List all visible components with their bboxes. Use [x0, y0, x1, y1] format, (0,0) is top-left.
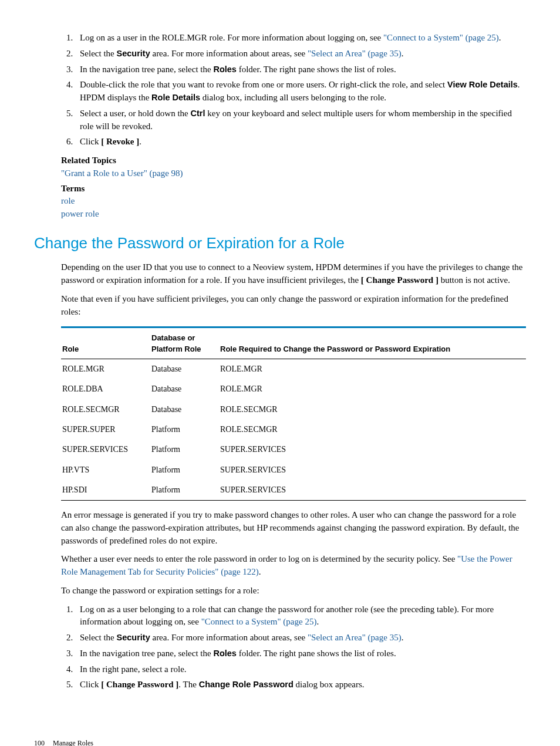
roles-table: Role Database or Platform Role Role Requ… [61, 326, 526, 501]
step2-4: In the right pane, select a role. [75, 663, 526, 676]
cell-role: HP.SDI [61, 480, 150, 501]
related-topics-heading: Related Topics [61, 154, 526, 167]
change-password-button-label-2: [ Change Password ] [101, 680, 178, 689]
section-p2: Note that even if you have sufficient pr… [61, 293, 526, 319]
step-6: Click [ Revoke ]. [75, 136, 526, 148]
th-role: Role [61, 328, 150, 359]
terms-heading: Terms [61, 183, 526, 195]
step-6-c: . [139, 137, 141, 146]
step-4-a: Double-click the role that you want to r… [80, 80, 447, 89]
cell-type: Database [150, 400, 219, 420]
step-2: Select the Security area. For more infor… [75, 48, 526, 60]
step2-2-e: . [402, 633, 404, 642]
step2-5: Click [ Change Password ]. The Change Ro… [75, 679, 526, 691]
th-db-platform-line1: Database or [151, 333, 195, 342]
step2-5-c: . The [178, 680, 198, 689]
th-db-platform-line2: Platform Role [151, 345, 201, 353]
after-table-p2-c: . [259, 567, 261, 576]
step2-5-e: dialog box appears. [294, 680, 365, 689]
after-table-p2: Whether a user ever needs to enter the r… [61, 553, 526, 579]
roles-folder-label-2: Roles [213, 649, 237, 658]
step-1: Log on as a user in the ROLE.MGR role. F… [75, 32, 526, 45]
cell-role: ROLE.MGR [61, 359, 150, 380]
table-row: HP.VTS Platform SUPER.SERVICES [61, 460, 526, 480]
cell-type: Platform [150, 460, 219, 480]
step-3: In the navigation tree pane, select the … [75, 63, 526, 76]
term-role[interactable]: role [61, 195, 526, 208]
step-3-a: In the navigation tree pane, select the [80, 65, 213, 74]
cell-req: ROLE.SECMGR [219, 400, 526, 420]
step2-1-c: . [316, 617, 319, 626]
step2-2-a: Select the [80, 633, 116, 642]
cell-req: ROLE.MGR [219, 379, 526, 399]
revoke-button-label: [ Revoke ] [101, 137, 139, 146]
table-row: ROLE.MGR Database ROLE.MGR [61, 359, 526, 380]
table-row: ROLE.DBA Database ROLE.MGR [61, 379, 526, 399]
cell-req: ROLE.MGR [219, 359, 526, 380]
cell-type: Database [150, 379, 219, 399]
cell-role: SUPER.SUPER [61, 420, 150, 440]
security-area-label-2: Security [116, 633, 150, 642]
step-2-c: area. For more information about areas, … [150, 49, 308, 58]
ctrl-key-label: Ctrl [191, 109, 205, 118]
table-row: SUPER.SUPER Platform ROLE.SECMGR [61, 420, 526, 440]
cell-req: SUPER.SERVICES [219, 480, 526, 501]
step-2-a: Select the [80, 49, 116, 58]
step-1-text: Log on as a user in the ROLE.MGR role. F… [80, 33, 383, 42]
security-area-label: Security [116, 49, 150, 58]
cell-role: SUPER.SERVICES [61, 440, 150, 460]
cell-type: Platform [150, 420, 219, 440]
link-connect-system-2[interactable]: "Connect to a System" (page 25) [201, 617, 317, 626]
cell-type: Platform [150, 440, 219, 460]
cell-role: ROLE.DBA [61, 379, 150, 399]
step2-2-c: area. For more information about areas, … [150, 633, 308, 642]
section-title: Change the Password or Expiration for a … [34, 232, 526, 255]
step-3-c: folder. The right pane shows the list of… [237, 65, 396, 74]
footer-page-number: 100 [34, 738, 45, 746]
cell-req: SUPER.SERVICES [219, 440, 526, 460]
cell-role: ROLE.SECMGR [61, 400, 150, 420]
cell-type: Database [150, 359, 219, 380]
roles-folder-label: Roles [213, 65, 237, 74]
footer-section-title: Manage Roles [53, 739, 93, 746]
link-select-area[interactable]: "Select an Area" (page 35) [308, 49, 402, 58]
role-details-label: Role Details [151, 93, 200, 102]
step-5-a: Select a user, or hold down the [80, 109, 191, 118]
cell-role: HP.VTS [61, 460, 150, 480]
step2-3-c: folder. The right pane shows the list of… [237, 649, 396, 658]
steps-list-revoke: Log on as a user in the ROLE.MGR role. F… [34, 32, 526, 148]
step2-3-a: In the navigation tree pane, select the [80, 649, 213, 658]
section-body: Depending on the user ID that you use to… [61, 261, 526, 597]
link-grant-role[interactable]: "Grant a Role to a User" (page 98) [61, 167, 526, 180]
cell-req: SUPER.SERVICES [219, 460, 526, 480]
related-topics-block: Related Topics "Grant a Role to a User" … [61, 154, 526, 221]
change-role-password-label: Change Role Password [199, 680, 294, 689]
link-select-area-2[interactable]: "Select an Area" (page 35) [308, 633, 402, 642]
step-6-a: Click [80, 137, 101, 146]
table-row: SUPER.SERVICES Platform SUPER.SERVICES [61, 440, 526, 460]
cell-req: ROLE.SECMGR [219, 420, 526, 440]
link-connect-system[interactable]: "Connect to a System" (page 25) [383, 33, 499, 42]
view-role-details-label: View Role Details [447, 80, 518, 89]
after-table-p3: To change the password or expiration set… [61, 585, 526, 598]
term-power-role[interactable]: power role [61, 208, 526, 221]
step2-5-a: Click [80, 680, 101, 689]
step2-2: Select the Security area. For more infor… [75, 632, 526, 644]
after-table-p2-a: Whether a user ever needs to enter the r… [61, 554, 457, 563]
step-4: Double-click the role that you want to r… [75, 79, 526, 104]
cell-type: Platform [150, 480, 219, 501]
table-row: ROLE.SECMGR Database ROLE.SECMGR [61, 400, 526, 420]
th-role-required: Role Required to Change the Password or … [219, 328, 526, 359]
section-p1: Depending on the user ID that you use to… [61, 261, 526, 287]
step-1-end: . [499, 33, 501, 42]
after-table-p1: An error message is generated if you try… [61, 509, 526, 547]
th-db-platform: Database or Platform Role [150, 328, 219, 359]
steps-list-change-password: Log on as a user belonging to a role tha… [34, 603, 526, 692]
page-footer: 100Manage Roles [34, 738, 526, 746]
step-5: Select a user, or hold down the Ctrl key… [75, 107, 526, 133]
change-password-button-label: [ Change Password ] [361, 275, 438, 285]
step2-1: Log on as a user belonging to a role tha… [75, 603, 526, 629]
step-2-e: . [402, 49, 404, 58]
table-row: HP.SDI Platform SUPER.SERVICES [61, 480, 526, 501]
step-4-e: dialog box, including all users belongin… [200, 93, 386, 102]
